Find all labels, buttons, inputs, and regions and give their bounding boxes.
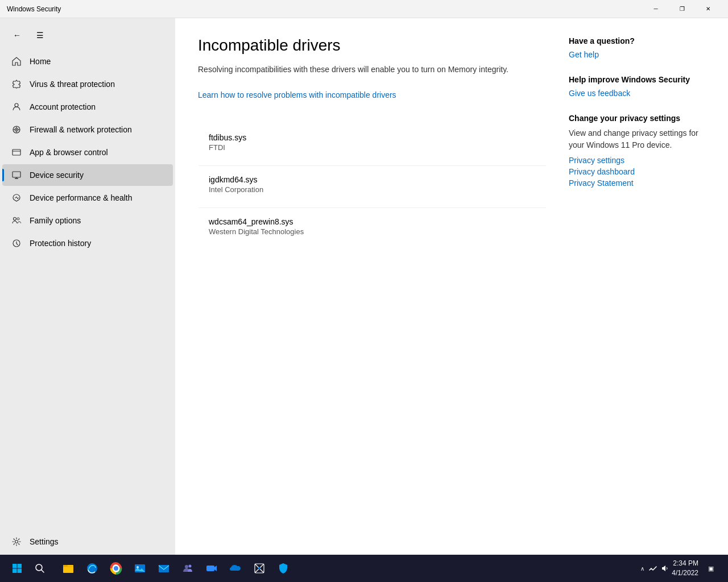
history-icon	[11, 238, 22, 248]
sidebar-item-firewall[interactable]: Firewall & network protection	[2, 119, 173, 140]
sidebar-item-family-label: Family options	[30, 216, 81, 225]
svg-line-19	[42, 570, 44, 573]
back-button[interactable]: ←	[9, 27, 25, 43]
sidebar-item-home-label: Home	[30, 57, 51, 66]
svg-point-29	[185, 565, 188, 568]
sidebar-item-appbrowser-label: App & browser control	[30, 148, 108, 157]
taskbar-snip[interactable]	[248, 557, 271, 580]
main-content: Incompatible drivers Resolving incompati…	[175, 18, 728, 555]
page-title: Incompatible drivers	[198, 36, 546, 55]
hamburger-button[interactable]: ☰	[32, 27, 48, 43]
sidebar-item-devicesecurity[interactable]: Device security	[2, 164, 173, 186]
search-button[interactable]	[30, 558, 50, 579]
svg-rect-14	[13, 564, 17, 568]
svg-rect-7	[13, 172, 20, 177]
taskbar-onedrive[interactable]	[224, 557, 247, 580]
settings-label: Settings	[30, 537, 59, 546]
sound-icon	[661, 564, 669, 572]
sidebar-item-family[interactable]: Family options	[2, 210, 173, 231]
svg-rect-21	[63, 565, 68, 567]
privacy-settings-link[interactable]: Privacy settings	[569, 156, 705, 165]
taskbar-teams[interactable]	[176, 557, 199, 580]
app-body: ← ☰ Home Virus & threat protection	[0, 18, 728, 555]
svg-point-11	[17, 218, 19, 220]
privacy-statement-link[interactable]: Privacy Statement	[569, 178, 705, 188]
privacy-text: View and change privacy settings for you…	[569, 127, 705, 151]
settings-icon	[11, 537, 22, 547]
driver-item-ftdibus: ftdibus.sys FTDI	[198, 124, 546, 161]
sidebar-item-home[interactable]: Home	[2, 51, 173, 72]
sidebar-top: ← ☰	[0, 23, 175, 48]
svg-point-25	[114, 567, 118, 571]
sidebar-item-history[interactable]: Protection history	[2, 232, 173, 254]
titlebar-title: Windows Security	[7, 5, 643, 13]
sidebar-item-devicehealth[interactable]: Device performance & health	[2, 187, 173, 209]
page-subtitle: Resolving incompatibilities with these d…	[198, 64, 516, 76]
systray: ∧	[640, 564, 669, 572]
close-button[interactable]: ✕	[695, 0, 721, 18]
sidebar-item-virus[interactable]: Virus & threat protection	[2, 73, 173, 95]
notification-button[interactable]: ▣	[701, 558, 721, 579]
systray-chevron[interactable]: ∧	[640, 566, 644, 572]
svg-rect-31	[206, 566, 214, 571]
driver-vendor-ftdibus: FTDI	[209, 143, 537, 152]
restore-button[interactable]: ❐	[669, 0, 695, 18]
sidebar-item-virus-label: Virus & threat protection	[30, 80, 115, 89]
taskbar-mail[interactable]	[152, 557, 175, 580]
driver-vendor-wdcsam: Western Digital Technologies	[209, 227, 537, 236]
taskbar-zoom[interactable]	[200, 557, 223, 580]
privacy-dashboard-link[interactable]: Privacy dashboard	[569, 167, 705, 176]
svg-point-30	[189, 565, 192, 568]
sidebar-item-appbrowser[interactable]: App & browser control	[2, 142, 173, 163]
get-help-link[interactable]: Get help	[569, 50, 705, 59]
svg-point-13	[15, 541, 18, 543]
help-section: Have a question? Get help	[569, 36, 705, 59]
svg-rect-16	[13, 569, 17, 573]
svg-rect-17	[18, 569, 22, 573]
sidebar-item-devicehealth-label: Device performance & health	[30, 193, 133, 202]
svg-point-10	[14, 218, 16, 221]
sidebar-item-account-label: Account protection	[30, 102, 96, 111]
network-icon	[649, 564, 657, 572]
account-icon	[11, 102, 22, 112]
svg-rect-15	[18, 564, 22, 568]
taskbar-photos[interactable]	[129, 557, 151, 580]
sidebar-item-history-label: Protection history	[30, 239, 91, 248]
driver-item-igdkmd: igdkmd64.sys Intel Corporation	[198, 165, 546, 203]
devicehealth-icon	[11, 193, 22, 203]
taskbar-file-explorer[interactable]	[57, 557, 80, 580]
learn-link[interactable]: Learn how to resolve problems with incom…	[198, 89, 396, 101]
driver-vendor-igdkmd: Intel Corporation	[209, 185, 537, 194]
driver-name-ftdibus: ftdibus.sys	[209, 133, 537, 142]
feedback-link[interactable]: Give us feedback	[569, 89, 705, 98]
svg-point-35	[258, 567, 260, 569]
firewall-icon	[11, 124, 22, 135]
family-icon	[11, 215, 22, 226]
svg-rect-28	[159, 565, 169, 572]
taskbar: ∧ 2:34 PM 4/1/2022 ▣	[0, 555, 728, 582]
taskbar-edge[interactable]	[81, 557, 104, 580]
help-heading: Have a question?	[569, 36, 705, 45]
appbrowser-icon	[11, 147, 22, 157]
driver-item-wdcsam: wdcsam64_prewin8.sys Western Digital Tec…	[198, 207, 546, 245]
virus-icon	[11, 79, 22, 89]
taskbar-apps	[57, 557, 295, 580]
driver-list: ftdibus.sys FTDI igdkmd64.sys Intel Corp…	[198, 124, 546, 245]
privacy-heading: Change your privacy settings	[569, 114, 705, 123]
clock-date: 4/1/2022	[672, 568, 698, 578]
taskbar-clock[interactable]: 2:34 PM 4/1/2022	[672, 559, 698, 578]
taskbar-security-shield[interactable]	[272, 557, 295, 580]
devicesecurity-icon	[11, 170, 22, 180]
improve-heading: Help improve Windows Security	[569, 75, 705, 84]
driver-name-wdcsam: wdcsam64_prewin8.sys	[209, 217, 537, 226]
sidebar-item-account[interactable]: Account protection	[2, 96, 173, 118]
sidebar: ← ☰ Home Virus & threat protection	[0, 18, 175, 555]
driver-name-igdkmd: igdkmd64.sys	[209, 175, 537, 184]
clock-time: 2:34 PM	[673, 559, 698, 568]
svg-rect-5	[13, 149, 20, 155]
taskbar-chrome[interactable]	[105, 557, 127, 580]
settings-nav-item[interactable]: Settings	[2, 531, 173, 552]
home-icon	[11, 56, 22, 66]
start-button[interactable]	[7, 558, 27, 579]
minimize-button[interactable]: ─	[643, 0, 669, 18]
